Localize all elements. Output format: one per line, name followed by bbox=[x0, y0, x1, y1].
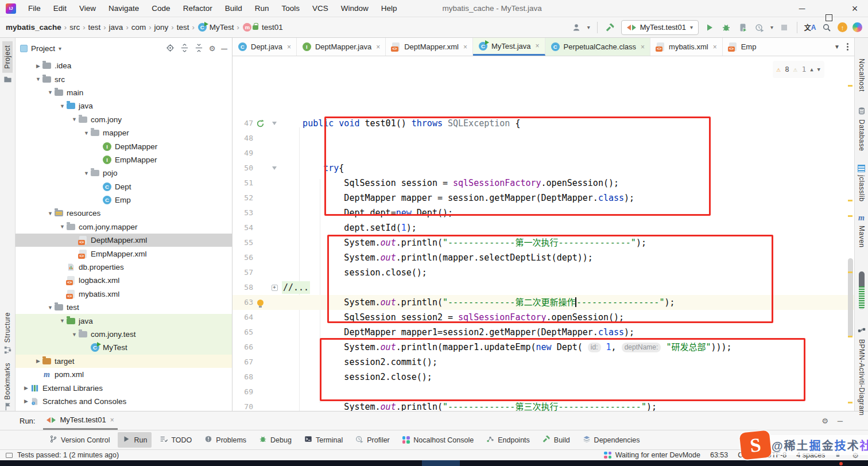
code-line-58[interactable]: 58+//... bbox=[232, 280, 854, 295]
code-line-48[interactable]: 48 bbox=[232, 131, 854, 146]
tool-button-build[interactable]: Build bbox=[538, 432, 575, 448]
tree-item-MyTest[interactable]: CMyTest bbox=[16, 341, 232, 354]
tree-item-.idea[interactable]: ▶.idea bbox=[16, 59, 232, 72]
prev-warning-icon[interactable]: ▲ bbox=[810, 62, 813, 77]
code-line-56[interactable]: 56 System.out.println(mapper.selectDeptL… bbox=[232, 250, 854, 265]
tree-item-logback.xml[interactable]: logback.xml bbox=[16, 274, 232, 287]
menu-edit[interactable]: Edit bbox=[48, 2, 72, 15]
tool-button-problems[interactable]: Problems bbox=[200, 432, 251, 448]
code-line-47[interactable]: 47 public void test01() throws SQLExcept… bbox=[232, 116, 854, 131]
tool-stripe-bpmn[interactable]: BPMN-Activiti-Diagram bbox=[858, 327, 866, 415]
tree-item-Dept[interactable]: CDept bbox=[16, 180, 232, 193]
tool-stripe-jclasslib[interactable]: jclasslib bbox=[858, 165, 866, 202]
code-line-70[interactable]: 70 System.out.println("-------------第三次执… bbox=[232, 399, 854, 411]
breadcrumb-item-com[interactable]: com bbox=[131, 23, 146, 32]
tree-item-com.jony[interactable]: ▼com.jony bbox=[16, 113, 232, 126]
close-icon[interactable]: × bbox=[287, 43, 291, 51]
coverage-button[interactable] bbox=[737, 22, 749, 33]
tree-expand-icon[interactable]: ▼ bbox=[71, 116, 78, 122]
translate-icon[interactable]: 文A bbox=[804, 22, 816, 33]
editor-tab-MyTest.java[interactable]: CMyTest.java× bbox=[473, 38, 545, 56]
folder-icon[interactable] bbox=[3, 75, 13, 84]
tool-button-debug[interactable]: Debug bbox=[254, 432, 296, 448]
tool-stripe-bookmarks[interactable]: Bookmarks bbox=[0, 363, 15, 411]
tree-item-External Libraries[interactable]: ▶External Libraries bbox=[16, 381, 232, 394]
code-line-65[interactable]: 65 DeptMapper mapper1=session2.getMapper… bbox=[232, 325, 854, 340]
close-icon[interactable]: × bbox=[110, 416, 114, 424]
tree-item-Scratches and Consoles[interactable]: ▶Scratches and Consoles bbox=[16, 395, 232, 408]
tree-item-resources[interactable]: ▼resources bbox=[16, 207, 232, 220]
warning-stripe-mark[interactable] bbox=[848, 85, 852, 87]
tree-item-db.properties[interactable]: db.properties bbox=[16, 261, 232, 274]
intention-bulb-icon[interactable] bbox=[253, 295, 267, 310]
breadcrumb-item-test[interactable]: test bbox=[177, 23, 189, 32]
tree-expand-icon[interactable]: ▼ bbox=[46, 90, 54, 95]
status-message[interactable]: Tests passed: 1 (2 minutes ago) bbox=[17, 451, 119, 459]
editor-scrollbar[interactable] bbox=[846, 56, 854, 411]
code-line-52[interactable]: 52 DeptMapper mapper = session.getMapper… bbox=[232, 191, 854, 205]
editor-tab-Emp[interactable]: Emp bbox=[723, 38, 762, 56]
devmode-status[interactable]: Waiting for enter DevMode bbox=[604, 451, 700, 459]
tree-item-EmpMapper[interactable]: IEmpMapper bbox=[16, 153, 232, 166]
warning-stripe-mark[interactable] bbox=[848, 215, 852, 217]
menu-file[interactable]: File bbox=[23, 2, 46, 15]
tree-item-mapper[interactable]: ▼mapper bbox=[16, 126, 232, 139]
nocalhost-logo-icon[interactable] bbox=[852, 22, 862, 32]
tree-item-src[interactable]: ▼src bbox=[16, 72, 232, 86]
update-icon[interactable]: ↑ bbox=[838, 22, 847, 32]
code-line-67[interactable]: 67 session2.commit(); bbox=[232, 355, 854, 370]
tree-item-pojo[interactable]: ▼pojo bbox=[16, 166, 232, 180]
caret-position[interactable]: 63:53 bbox=[710, 451, 728, 459]
build-hammer-icon[interactable] bbox=[604, 22, 616, 33]
breadcrumb-item-MyTest[interactable]: CMyTest bbox=[197, 23, 234, 32]
menu-navigate[interactable]: Navigate bbox=[103, 2, 144, 15]
run-button[interactable] bbox=[704, 22, 715, 33]
code-line-69[interactable]: 69 bbox=[232, 385, 854, 399]
tool-button-version-control[interactable]: Version Control bbox=[45, 432, 114, 448]
fold-expand-icon[interactable]: + bbox=[267, 280, 282, 295]
tree-expand-icon[interactable]: ▼ bbox=[46, 305, 54, 310]
tree-item-DeptMapper[interactable]: IDeptMapper bbox=[16, 139, 232, 153]
tree-item-java[interactable]: ▼java bbox=[16, 314, 232, 327]
tool-button-dependencies[interactable]: Dependencies bbox=[578, 432, 645, 448]
tree-item-pom.xml[interactable]: mpom.xml bbox=[16, 368, 232, 381]
code-line-63[interactable]: 63 System.out.println("-------------第二次更… bbox=[232, 295, 854, 310]
menu-tools[interactable]: Tools bbox=[276, 2, 305, 15]
editor-tab-DeptMapper.java[interactable]: IDeptMapper.java× bbox=[297, 38, 386, 56]
code-line-53[interactable]: 53 Dept dept=new Dept(); bbox=[232, 205, 854, 220]
close-icon[interactable]: × bbox=[842, 0, 868, 17]
run-configuration-select[interactable]: MyTest.test01 ▾ bbox=[621, 20, 699, 35]
profiler-button[interactable] bbox=[754, 22, 765, 33]
tree-expand-icon[interactable]: ▶ bbox=[34, 358, 42, 364]
fold-collapse-icon[interactable] bbox=[267, 116, 282, 131]
minimize-icon[interactable]: ─ bbox=[789, 0, 815, 17]
next-warning-icon[interactable]: ▼ bbox=[817, 62, 820, 77]
gear-icon[interactable]: ⚙ bbox=[209, 45, 216, 52]
close-icon[interactable]: × bbox=[463, 43, 467, 51]
code-line-68[interactable]: 68 session2.close(); bbox=[232, 370, 854, 385]
breadcrumb-item-test01[interactable]: mtest01 bbox=[242, 23, 283, 32]
code-line-49[interactable]: 49 bbox=[232, 146, 854, 161]
tree-expand-icon[interactable]: ▼ bbox=[46, 211, 54, 216]
tree-item-DeptMapper.xml[interactable]: DeptMapper.xml bbox=[16, 234, 232, 247]
tree-item-mybatis.xml[interactable]: mybatis.xml bbox=[16, 288, 232, 301]
expand-all-icon[interactable] bbox=[180, 44, 189, 54]
tree-expand-icon[interactable]: ▼ bbox=[59, 318, 66, 324]
tool-stripe-maven[interactable]: m Maven bbox=[858, 213, 866, 248]
code-line-64[interactable]: 64 SqlSession session2 = sqlSessionFacto… bbox=[232, 310, 854, 325]
hide-panel-icon[interactable]: ─ bbox=[221, 44, 227, 53]
breadcrumb-item-jony[interactable]: jony bbox=[154, 23, 169, 32]
menu-vcs[interactable]: VCS bbox=[307, 2, 334, 15]
run-tab[interactable]: MyTest.test01 × bbox=[43, 411, 117, 430]
hide-panel-icon[interactable]: ─ bbox=[838, 417, 843, 425]
warning-stripe-mark[interactable] bbox=[848, 271, 852, 273]
close-icon[interactable]: × bbox=[641, 43, 645, 51]
tree-expand-icon[interactable]: ▼ bbox=[71, 332, 78, 337]
tree-item-EmpMapper.xml[interactable]: EmpMapper.xml bbox=[16, 247, 232, 260]
code-line-50[interactable]: 50 try{ bbox=[232, 161, 854, 176]
editor-tab-mybatis.xml[interactable]: mybatis.xml× bbox=[650, 38, 723, 56]
profiler-dropdown-icon[interactable]: ▾ bbox=[770, 24, 773, 30]
user-dropdown-icon[interactable]: ▾ bbox=[587, 24, 590, 30]
close-icon[interactable]: × bbox=[536, 42, 540, 50]
tool-button-terminal[interactable]: Terminal bbox=[300, 432, 347, 448]
